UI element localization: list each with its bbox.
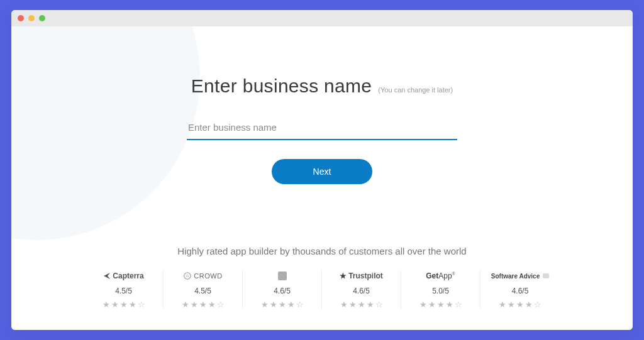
page-subtitle: (You can change it later)	[378, 86, 453, 94]
facebook-icon	[278, 271, 287, 280]
star-icon: ★	[261, 300, 269, 309]
star-icon: ★	[446, 300, 453, 309]
star-icon: ★	[111, 300, 119, 309]
star-half-icon: ☆	[296, 300, 304, 309]
trustpilot-logo: ★ Trustpilot	[340, 270, 383, 282]
star-icon: ★	[103, 300, 110, 309]
rating-card-softwareadvice: Software Advice 4.6/5 ★ ★ ★ ★ ☆	[480, 270, 560, 309]
rating-score: 5.0/5	[432, 287, 449, 295]
ratings-row: Capterra 4.5/5 ★ ★ ★ ★ ☆ G CROWD	[11, 270, 633, 309]
star-icon: ★	[287, 300, 295, 309]
provider-name: Capterra	[113, 271, 143, 280]
onboarding-form: Enter business name (You can change it l…	[11, 26, 633, 184]
star-icon: ★	[182, 300, 189, 309]
star-icon: ★	[208, 300, 216, 309]
star-icon: ★	[358, 300, 365, 309]
rating-score: 4.6/5	[274, 287, 291, 295]
ratings-heading: Highly rated app builder by thousands of…	[11, 246, 633, 256]
input-container	[187, 118, 457, 140]
star-icon: ★	[437, 300, 445, 309]
heading-row: Enter business name (You can change it l…	[191, 75, 453, 97]
sa-badge-icon	[543, 273, 549, 278]
star-rating: ★ ★ ★ ★ ☆	[419, 300, 462, 309]
star-half-icon: ☆	[534, 300, 541, 309]
g2crowd-logo: G CROWD	[183, 270, 222, 282]
g2-badge-icon: G	[183, 271, 192, 280]
rating-card-capterra: Capterra 4.5/5 ★ ★ ★ ★ ☆	[84, 270, 164, 309]
rating-score: 4.6/5	[512, 287, 529, 295]
window-titlebar	[11, 10, 633, 26]
star-icon: ★	[367, 300, 374, 309]
star-rating: ★ ★ ★ ★ ☆	[103, 300, 145, 309]
getapp-logo: GetApp®	[426, 270, 455, 282]
star-icon: ★	[499, 300, 506, 309]
star-icon: ★	[191, 300, 198, 309]
business-name-input[interactable]	[187, 118, 457, 140]
svg-text:G: G	[186, 274, 189, 278]
star-icon: ★	[279, 300, 286, 309]
browser-window: Enter business name (You can change it l…	[11, 10, 633, 330]
star-icon: ★	[340, 300, 348, 309]
star-icon: ★	[120, 300, 128, 309]
star-rating: ★ ★ ★ ★ ☆	[340, 300, 383, 309]
rating-score: 4.5/5	[115, 287, 132, 295]
page-title: Enter business name	[191, 75, 372, 97]
provider-name: Trustpilot	[348, 271, 383, 280]
star-icon: ★	[508, 300, 515, 309]
star-icon: ★	[270, 300, 277, 309]
page-content: Enter business name (You can change it l…	[11, 26, 633, 330]
star-icon: ★	[516, 300, 524, 309]
star-half-icon: ☆	[138, 300, 145, 309]
provider-name: Software Advice	[491, 273, 540, 280]
star-icon: ★	[428, 300, 436, 309]
capterra-arrow-icon	[103, 272, 111, 280]
rating-card-facebook: 4.6/5 ★ ★ ★ ★ ☆	[243, 270, 322, 309]
facebook-logo	[278, 270, 287, 282]
window-maximize-icon[interactable]	[39, 15, 45, 21]
rating-card-trustpilot: ★ Trustpilot 4.6/5 ★ ★ ★ ★ ☆	[322, 270, 401, 309]
star-half-icon: ☆	[375, 300, 383, 309]
star-half-icon: ☆	[217, 300, 225, 309]
capterra-logo: Capterra	[103, 270, 143, 282]
rating-card-g2crowd: G CROWD 4.5/5 ★ ★ ★ ★ ☆	[164, 270, 243, 309]
star-half-icon: ☆	[455, 300, 462, 309]
rating-card-getapp: GetApp® 5.0/5 ★ ★ ★ ★ ☆	[401, 270, 480, 309]
window-minimize-icon[interactable]	[28, 15, 35, 21]
star-rating: ★ ★ ★ ★ ☆	[261, 300, 304, 309]
star-icon: ★	[199, 300, 207, 309]
ratings-section: Highly rated app builder by thousands of…	[11, 246, 633, 309]
rating-score: 4.6/5	[353, 287, 370, 295]
rating-score: 4.5/5	[194, 287, 211, 295]
softwareadvice-logo: Software Advice	[491, 270, 549, 282]
star-rating: ★ ★ ★ ★ ☆	[499, 300, 541, 309]
star-icon: ★	[419, 300, 427, 309]
star-icon: ★	[349, 300, 357, 309]
star-icon: ★	[525, 300, 533, 309]
provider-name: CROWD	[194, 272, 222, 280]
next-button[interactable]: Next	[272, 159, 372, 184]
star-icon: ★	[129, 300, 136, 309]
window-close-icon[interactable]	[18, 15, 24, 21]
star-rating: ★ ★ ★ ★ ☆	[182, 300, 225, 309]
trustpilot-star-icon: ★	[340, 271, 347, 280]
